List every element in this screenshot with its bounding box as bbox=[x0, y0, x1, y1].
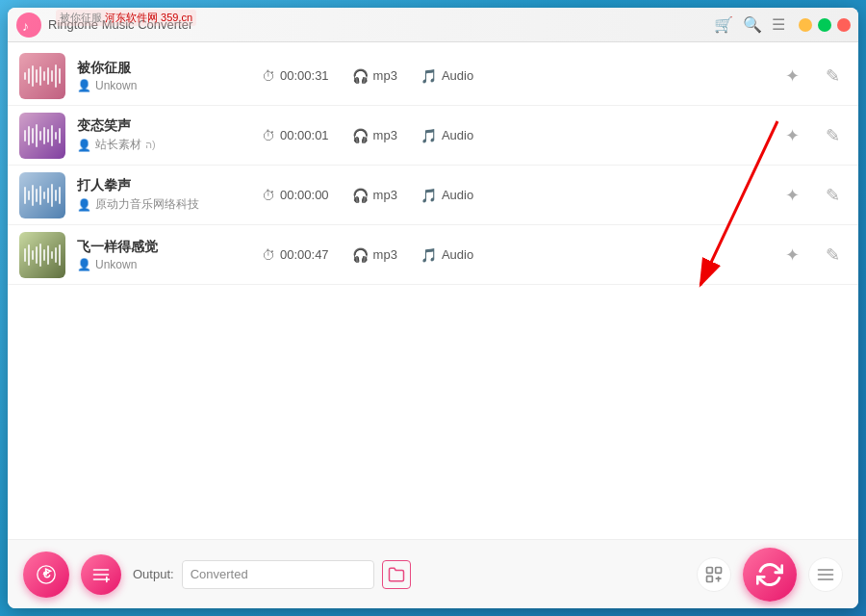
analytics-button[interactable] bbox=[697, 557, 731, 592]
output-label: Output: bbox=[133, 567, 174, 581]
svg-rect-6 bbox=[707, 567, 713, 573]
browse-folder-button[interactable] bbox=[382, 560, 411, 589]
track-info-4: 飞一样得感觉 👤 Unkown bbox=[77, 239, 250, 271]
track-artist-1: 👤 Unkown bbox=[77, 79, 250, 92]
edit-effect-button-1[interactable]: ✦ bbox=[777, 62, 806, 90]
track-meta-4: ⏱ 00:00:47 🎧 mp3 🎵 Audio bbox=[262, 247, 766, 263]
table-row: 被你征服 👤 Unkown ⏱ 00:00:31 🎧 mp3 🎵 Audio bbox=[8, 46, 858, 106]
svg-rect-8 bbox=[707, 576, 713, 581]
maximize-button[interactable]: □ bbox=[818, 18, 831, 32]
app-logo: ♪ bbox=[15, 12, 42, 38]
titlebar: ♪ Ringtone Music Converter 被你征服 河东软件网 35… bbox=[8, 8, 858, 42]
track-list: 被你征服 👤 Unkown ⏱ 00:00:31 🎧 mp3 🎵 Audio bbox=[8, 42, 858, 539]
close-button[interactable]: ✕ bbox=[837, 18, 851, 32]
add-music-button[interactable] bbox=[23, 552, 69, 598]
track-type-2: 🎵 Audio bbox=[420, 128, 473, 143]
track-meta-2: ⏱ 00:00:01 🎧 mp3 🎵 Audio bbox=[262, 128, 766, 143]
track-meta-1: ⏱ 00:00:31 🎧 mp3 🎵 Audio bbox=[262, 68, 766, 84]
track-artist-4: 👤 Unkown bbox=[77, 258, 250, 271]
edit-effect-button-2[interactable]: ✦ bbox=[777, 121, 806, 150]
edit-effect-button-4[interactable]: ✦ bbox=[777, 241, 806, 270]
window-buttons: — □ ✕ bbox=[799, 18, 851, 32]
track-duration-3: ⏱ 00:00:00 bbox=[262, 188, 329, 203]
track-actions-4: ✦ ✎ bbox=[777, 241, 847, 270]
track-name-1: 被你征服 bbox=[77, 60, 250, 77]
svg-point-0 bbox=[16, 13, 41, 38]
track-name-3: 打人拳声 bbox=[77, 177, 250, 194]
track-artist-3: 👤 原动力音乐网络科技 bbox=[77, 196, 250, 213]
watermark: 被你征服 河东软件网 359.cn bbox=[56, 10, 196, 26]
track-name-4: 飞一样得感觉 bbox=[77, 239, 250, 256]
convert-button[interactable] bbox=[743, 548, 797, 602]
track-format-3: 🎧 mp3 bbox=[352, 188, 397, 203]
table-row: 打人拳声 👤 原动力音乐网络科技 ⏱ 00:00:00 🎧 mp3 🎵 Audi bbox=[8, 166, 858, 225]
track-info-2: 变态笑声 👤 站长素材 ה) bbox=[77, 117, 250, 153]
track-info-1: 被你征服 👤 Unkown bbox=[77, 60, 250, 92]
add-playlist-button[interactable] bbox=[81, 554, 121, 595]
bottombar: Output: Converted bbox=[8, 539, 858, 608]
track-format-4: 🎧 mp3 bbox=[352, 247, 397, 263]
table-row: 飞一样得感觉 👤 Unkown ⏱ 00:00:47 🎧 mp3 🎵 Audio bbox=[8, 225, 858, 285]
svg-point-5 bbox=[106, 578, 108, 580]
cart-icon[interactable]: 🛒 bbox=[714, 15, 733, 34]
track-thumbnail-2 bbox=[19, 113, 65, 159]
track-format-1: 🎧 mp3 bbox=[352, 68, 397, 84]
svg-rect-7 bbox=[716, 567, 722, 573]
track-type-3: 🎵 Audio bbox=[420, 188, 473, 203]
search-icon[interactable]: 🔍 bbox=[743, 15, 762, 34]
edit-button-3[interactable]: ✎ bbox=[818, 181, 847, 210]
edit-button-4[interactable]: ✎ bbox=[818, 241, 847, 270]
track-actions-3: ✦ ✎ bbox=[777, 181, 847, 210]
track-duration-2: ⏱ 00:00:01 bbox=[262, 128, 329, 143]
track-name-2: 变态笑声 bbox=[77, 117, 250, 135]
track-actions-2: ✦ ✎ bbox=[777, 121, 847, 150]
track-thumbnail-1 bbox=[19, 53, 65, 99]
track-duration-1: ⏱ 00:00:31 bbox=[262, 68, 329, 84]
edit-button-1[interactable]: ✎ bbox=[818, 62, 847, 90]
edit-button-2[interactable]: ✎ bbox=[818, 121, 847, 150]
minimize-button[interactable]: — bbox=[799, 18, 812, 32]
track-artist-2: 👤 站长素材 ה) bbox=[77, 137, 250, 153]
track-thumbnail-3 bbox=[19, 172, 65, 218]
svg-text:♪: ♪ bbox=[22, 18, 29, 34]
track-meta-3: ⏱ 00:00:00 🎧 mp3 🎵 Audio bbox=[262, 188, 766, 203]
titlebar-controls: 🛒 🔍 ☰ — □ ✕ bbox=[714, 15, 851, 34]
edit-effect-button-3[interactable]: ✦ bbox=[777, 181, 806, 210]
menu-icon[interactable]: ☰ bbox=[772, 15, 785, 34]
bottom-right-actions bbox=[697, 548, 843, 602]
track-info-3: 打人拳声 👤 原动力音乐网络科技 bbox=[77, 177, 250, 213]
track-duration-4: ⏱ 00:00:47 bbox=[262, 247, 329, 263]
output-section: Output: Converted bbox=[133, 560, 685, 589]
track-thumbnail-4 bbox=[19, 232, 65, 278]
track-format-2: 🎧 mp3 bbox=[352, 128, 397, 143]
settings-button[interactable] bbox=[808, 557, 843, 592]
track-type-4: 🎵 Audio bbox=[420, 247, 473, 263]
table-row: 变态笑声 👤 站长素材 ה) ⏱ 00:00:01 🎧 mp3 🎵 bbox=[8, 106, 858, 166]
track-type-1: 🎵 Audio bbox=[420, 68, 473, 84]
track-actions-1: ✦ ✎ bbox=[777, 62, 847, 90]
output-path-field[interactable]: Converted bbox=[182, 560, 374, 589]
